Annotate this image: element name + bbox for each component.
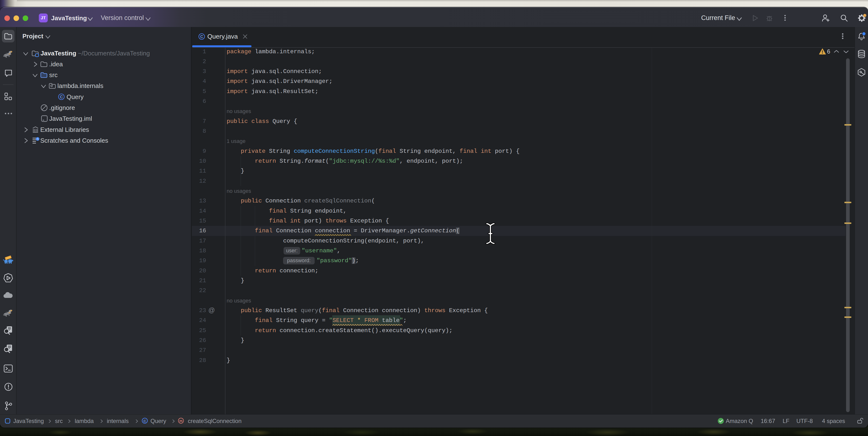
svg-text:m: m: [179, 418, 183, 423]
svg-text:C: C: [144, 419, 146, 423]
svg-text:C: C: [60, 95, 63, 99]
svg-text:C: C: [200, 34, 203, 39]
